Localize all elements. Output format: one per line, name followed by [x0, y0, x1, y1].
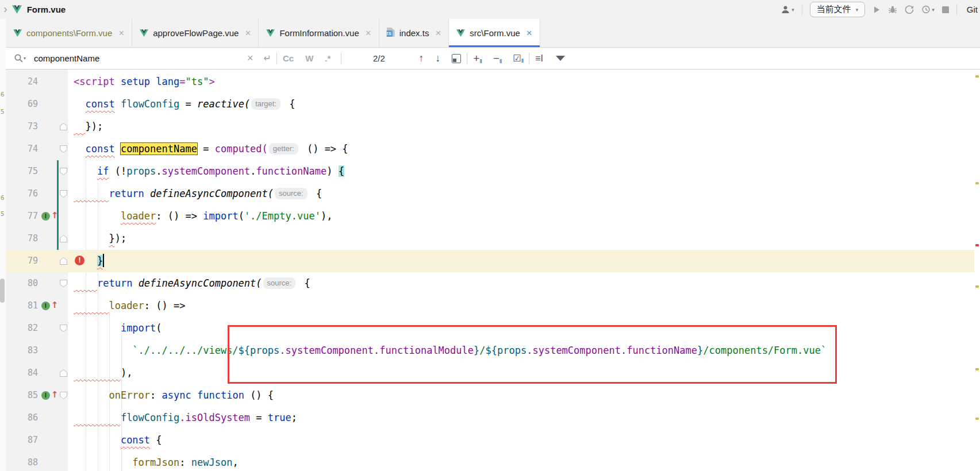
fold-marker-icon[interactable]: [60, 280, 67, 287]
find-bar: ▾ × ↵ CcW.* 2/2 ↑ ↓ +Ⅱ −Ⅱ ☑Ⅱ ≡I: [6, 48, 980, 70]
editor-tab-index.ts[interactable]: TSindex.ts×: [379, 19, 449, 47]
error-stripe[interactable]: [974, 70, 980, 471]
code-text: return defineAsyncComponent(source: {: [74, 183, 322, 205]
next-occurrence-button[interactable]: ↓: [435, 52, 440, 64]
code-text: import(: [74, 317, 162, 339]
chevron-down-icon: ▾: [932, 7, 935, 13]
vue-file-icon: [140, 29, 148, 37]
background-glyph: 5: [1, 210, 5, 218]
stripe-mark[interactable]: [975, 285, 979, 288]
override-gutter-icon[interactable]: I↑: [41, 211, 60, 221]
open-in-find-window-icon[interactable]: [452, 54, 461, 63]
fold-marker-icon[interactable]: [60, 392, 67, 399]
override-gutter-icon[interactable]: I↑: [41, 301, 60, 311]
editor-tab-approveflowpage.vue[interactable]: approveFlowPage.vue×: [132, 19, 259, 47]
stripe-mark[interactable]: [975, 244, 979, 246]
stripe-mark[interactable]: [975, 75, 979, 78]
newline-icon[interactable]: ↵: [264, 53, 271, 64]
line-number: 24: [6, 71, 38, 93]
line-number: 83: [6, 339, 38, 362]
code-text: const {: [74, 429, 162, 451]
tab-label: src\Form.vue: [470, 28, 520, 38]
code-line-69: 69 const flowConfig = reactive(target: {: [6, 93, 974, 115]
debug-button[interactable]: [888, 5, 897, 14]
code-line-86: 86 flowConfig.isOldSystem = true;: [6, 407, 974, 429]
editor-tab-forminformation.vue[interactable]: FormInformation.vue×: [259, 19, 379, 47]
editor-tab-components-form.vue[interactable]: components\Form.vue×: [6, 19, 132, 47]
regex-toggle[interactable]: .*: [325, 53, 330, 63]
inlay-hint: target:: [251, 98, 280, 110]
fold-marker-icon[interactable]: [60, 123, 67, 130]
divider: [529, 53, 529, 64]
fold-marker-icon[interactable]: [60, 369, 67, 377]
code-line-74: 74 const componentName = computed(getter…: [6, 138, 974, 160]
line-number: 76: [6, 183, 38, 205]
filter-icon[interactable]: [556, 56, 565, 61]
divider: [956, 4, 957, 16]
line-number: 74: [6, 138, 38, 160]
chevron-down-icon: ▾: [24, 56, 26, 61]
override-gutter-icon[interactable]: I↑: [41, 391, 60, 400]
close-tab-icon[interactable]: ×: [526, 28, 532, 39]
match-case-toggle[interactable]: Cc: [283, 53, 294, 63]
words-toggle[interactable]: W: [305, 53, 313, 63]
user-profile-button[interactable]: ▾: [781, 5, 794, 14]
profiler-button[interactable]: [905, 5, 914, 14]
divider: [802, 4, 802, 16]
fold-marker-icon[interactable]: [60, 257, 67, 265]
line-number: 84: [6, 362, 38, 384]
search-icon[interactable]: ▾: [14, 53, 26, 63]
run-button[interactable]: [873, 6, 881, 14]
fold-marker-icon[interactable]: [60, 235, 67, 242]
code-text: flowConfig.isOldSystem = true;: [74, 407, 297, 429]
line-number: 86: [6, 407, 38, 429]
code-text: <script setup lang="ts">: [74, 71, 215, 93]
search-input[interactable]: [33, 53, 242, 64]
background-scrollbar-thumb: [0, 279, 5, 303]
previous-occurrence-button[interactable]: ↑: [418, 52, 424, 64]
editor-tab-bar: components\Form.vue×approveFlowPage.vue×…: [6, 19, 980, 48]
code-line-78: 78 });: [6, 227, 974, 250]
fold-marker-icon[interactable]: [60, 145, 67, 153]
stripe-mark[interactable]: [975, 182, 979, 184]
title-bar: › Form.vue ▾ 当前文件 ▾ ▾ Git: [0, 0, 980, 20]
titlebar-actions: ▾ 当前文件 ▾ ▾ Git: [781, 0, 980, 19]
inlay-hint: source:: [275, 188, 308, 199]
search-in-selection-icon[interactable]: ≡I: [535, 53, 543, 64]
close-tab-icon[interactable]: ×: [435, 28, 441, 39]
divider: [467, 53, 467, 64]
stripe-mark[interactable]: [975, 418, 979, 420]
add-occurrence-button[interactable]: +Ⅱ: [473, 52, 482, 65]
stop-button[interactable]: [942, 6, 949, 13]
run-with-coverage-button[interactable]: ▾: [921, 5, 935, 14]
line-number: 80: [6, 272, 38, 295]
clear-search-icon[interactable]: ×: [247, 52, 253, 64]
fold-marker-icon[interactable]: [60, 190, 67, 198]
fold-marker-icon[interactable]: [60, 325, 67, 332]
stripe-mark[interactable]: [975, 368, 979, 370]
line-number: 78: [6, 227, 38, 250]
code-line-85: 85I↑ onError: async function () {: [6, 384, 974, 407]
select-all-occurrences-button[interactable]: ☑Ⅱ: [513, 53, 523, 64]
close-tab-icon[interactable]: ×: [366, 28, 371, 39]
line-number: 88: [6, 451, 38, 471]
git-menu[interactable]: Git: [967, 5, 978, 14]
code-line-88: 88 formJson: newJson,: [6, 451, 974, 471]
vue-file-icon: [13, 29, 22, 37]
fold-marker-icon[interactable]: [60, 168, 67, 175]
typescript-file-icon: TS: [387, 28, 395, 38]
code-line-24: 24<script setup lang="ts">: [6, 71, 974, 93]
code-line-73: 73 });: [6, 115, 974, 138]
background-glyph: 6: [1, 194, 5, 202]
code-text: const componentName = computed(getter: (…: [74, 138, 348, 160]
remove-occurrence-button[interactable]: −Ⅱ: [493, 52, 502, 65]
tab-label: index.ts: [399, 28, 429, 38]
run-configuration-select[interactable]: 当前文件 ▾: [810, 2, 866, 17]
inlay-hint: source:: [263, 277, 296, 289]
close-tab-icon[interactable]: ×: [118, 28, 124, 39]
code-text: if (!props.systemComponent.functionName)…: [74, 160, 344, 183]
close-tab-icon[interactable]: ×: [245, 28, 251, 39]
chevron-down-icon: ▾: [791, 7, 794, 13]
editor-tab-src-form.vue[interactable]: src\Form.vue×: [449, 19, 540, 47]
code-text: });: [74, 115, 103, 138]
